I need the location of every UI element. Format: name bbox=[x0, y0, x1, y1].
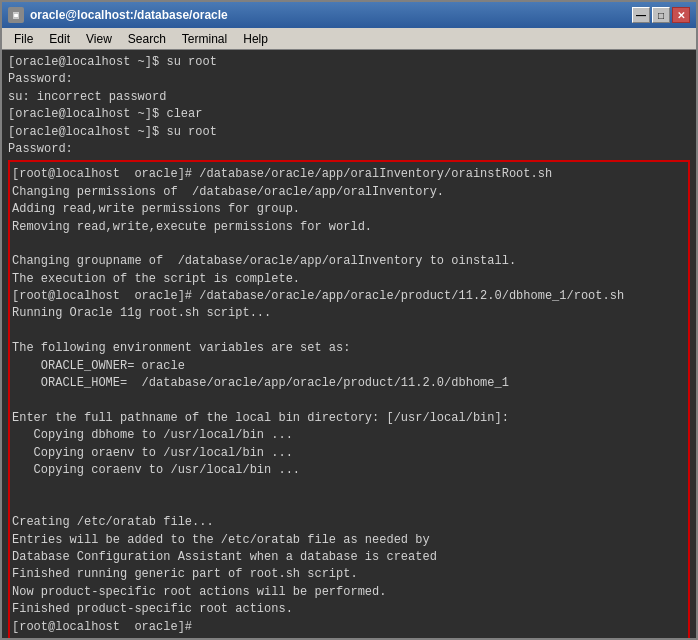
terminal-line: [root@localhost oracle]# bbox=[12, 619, 686, 636]
terminal-line: Copying oraenv to /usr/local/bin ... bbox=[12, 445, 686, 462]
terminal-line: Password: bbox=[8, 141, 690, 158]
menu-item-file[interactable]: File bbox=[6, 30, 41, 48]
terminal-line: Copying coraenv to /usr/local/bin ... bbox=[12, 462, 686, 479]
terminal-line: [root@localhost oracle]# /database/oracl… bbox=[12, 288, 686, 305]
terminal-line: Finished running generic part of root.sh… bbox=[12, 566, 686, 583]
terminal-line: [oracle@localhost ~]$ su root bbox=[8, 54, 690, 71]
terminal-line: Copying dbhome to /usr/local/bin ... bbox=[12, 427, 686, 444]
menu-item-help[interactable]: Help bbox=[235, 30, 276, 48]
blank-line bbox=[12, 497, 686, 514]
highlighted-output-block: [root@localhost oracle]# /database/oracl… bbox=[8, 160, 690, 638]
window-icon: ▣ bbox=[8, 7, 24, 23]
terminal-line: Changing groupname of /database/oracle/a… bbox=[12, 253, 686, 270]
terminal-line: The following environment variables are … bbox=[12, 340, 686, 357]
terminal-line: Database Configuration Assistant when a … bbox=[12, 549, 686, 566]
maximize-button[interactable]: □ bbox=[652, 7, 670, 23]
minimize-button[interactable]: — bbox=[632, 7, 650, 23]
terminal-line: [oracle@localhost ~]$ su root bbox=[8, 124, 690, 141]
terminal-line: [oracle@localhost ~]$ clear bbox=[8, 106, 690, 123]
terminal-line: Password: bbox=[8, 71, 690, 88]
terminal-line: Creating /etc/oratab file... bbox=[12, 514, 686, 531]
terminal-line: su: incorrect password bbox=[8, 89, 690, 106]
window-title: oracle@localhost:/database/oracle bbox=[30, 8, 228, 22]
terminal-line: Enter the full pathname of the local bin… bbox=[12, 410, 686, 427]
close-button[interactable]: ✕ bbox=[672, 7, 690, 23]
terminal-line: ORACLE_OWNER= oracle bbox=[12, 358, 686, 375]
terminal-window: ▣ oracle@localhost:/database/oracle — □ … bbox=[0, 0, 698, 640]
menu-item-edit[interactable]: Edit bbox=[41, 30, 78, 48]
terminal-line: Entries will be added to the /etc/oratab… bbox=[12, 532, 686, 549]
terminal-line: Finished product-specific root actions. bbox=[12, 601, 686, 618]
title-bar-left: ▣ oracle@localhost:/database/oracle bbox=[8, 7, 228, 23]
title-buttons: — □ ✕ bbox=[632, 7, 690, 23]
blank-line bbox=[12, 479, 686, 496]
blank-line bbox=[12, 323, 686, 340]
menu-bar: FileEditViewSearchTerminalHelp bbox=[2, 28, 696, 50]
terminal-body[interactable]: [oracle@localhost ~]$ su root Password: … bbox=[2, 50, 696, 638]
terminal-line: Changing permissions of /database/oracle… bbox=[12, 184, 686, 201]
terminal-line: [root@localhost oracle]# /database/oracl… bbox=[12, 166, 686, 183]
terminal-line: The execution of the script is complete. bbox=[12, 271, 686, 288]
blank-line bbox=[12, 236, 686, 253]
blank-line bbox=[12, 392, 686, 409]
menu-item-terminal[interactable]: Terminal bbox=[174, 30, 235, 48]
terminal-line: Adding read,write permissions for group. bbox=[12, 201, 686, 218]
terminal-line: Running Oracle 11g root.sh script... bbox=[12, 305, 686, 322]
terminal-line: Now product-specific root actions will b… bbox=[12, 584, 686, 601]
menu-item-search[interactable]: Search bbox=[120, 30, 174, 48]
terminal-line: Removing read,write,execute permissions … bbox=[12, 219, 686, 236]
menu-item-view[interactable]: View bbox=[78, 30, 120, 48]
terminal-line: ORACLE_HOME= /database/oracle/app/oracle… bbox=[12, 375, 686, 392]
title-bar: ▣ oracle@localhost:/database/oracle — □ … bbox=[2, 2, 696, 28]
